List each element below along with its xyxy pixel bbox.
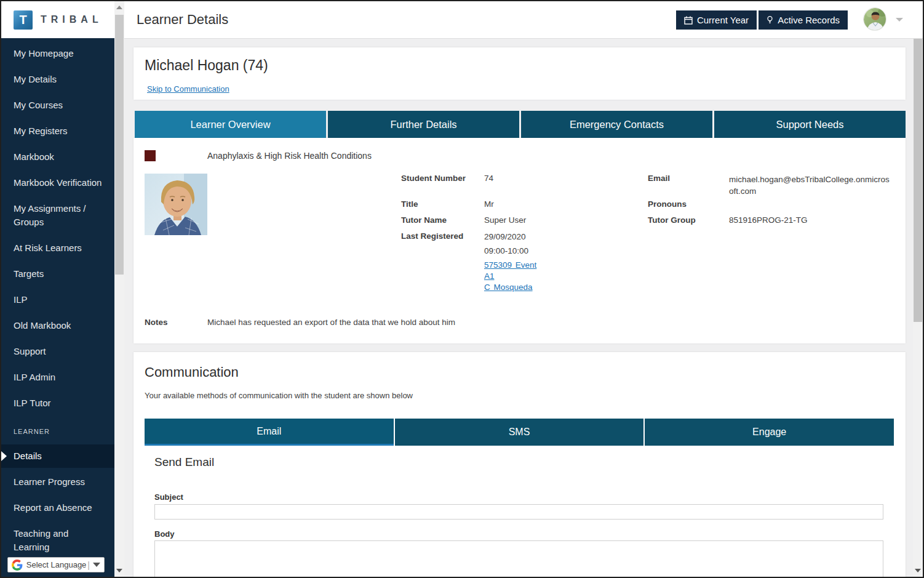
sidebar-item-markbook-verification[interactable]: Markbook Verification	[14, 176, 106, 190]
learner-name-heading: Michael Hogan (74)	[145, 57, 268, 74]
select-language-label: Select Language	[26, 560, 87, 569]
email-value: michael.hogan@ebsTribalCollege.onmicroso…	[729, 174, 894, 197]
tab-emergency-contacts[interactable]: Emergency Contacts	[521, 111, 712, 138]
header-actions: Current Year Active Records	[676, 10, 848, 30]
main-scrollbar[interactable]	[913, 39, 923, 577]
tribal-logo: T TRIBAL	[1, 1, 114, 38]
top-header: Learner Details Current Year Active Reco…	[124, 1, 924, 39]
last-registered-date: 29/09/2020	[484, 231, 546, 242]
title-value: Mr	[484, 199, 494, 209]
notes-label: Notes	[145, 318, 168, 327]
last-registered-label: Last Registered	[401, 231, 463, 241]
tab-email[interactable]: Email	[145, 419, 394, 446]
main-scroll-down-arrow-icon[interactable]	[915, 569, 921, 572]
tutor-name-label: Tutor Name	[401, 215, 447, 225]
scroll-up-arrow-icon[interactable]	[116, 6, 122, 9]
sidebar-item-teaching-and-learning[interactable]: Teaching and Learning	[14, 527, 106, 554]
event-link[interactable]: 575309 Event A1	[484, 260, 538, 282]
learner-photo	[145, 174, 207, 235]
sidebar-scrollbar-thumb[interactable]	[115, 15, 124, 275]
sidebar-item-my-assignments-groups[interactable]: My Assignments / Groups	[14, 202, 106, 229]
sidebar: My Homepage My Details My Courses My Reg…	[1, 1, 114, 577]
current-year-label: Current Year	[697, 15, 749, 25]
scroll-down-arrow-icon[interactable]	[116, 569, 122, 572]
sidebar-item-targets[interactable]: Targets	[14, 267, 106, 281]
tutor-group-label: Tutor Group	[648, 215, 696, 225]
email-label: Email	[648, 174, 670, 183]
main-scrollbar-thumb[interactable]	[914, 39, 922, 322]
send-email-heading: Send Email	[154, 456, 214, 469]
translate-dropdown-caret-icon	[93, 563, 100, 567]
sidebar-item-details-label: Details	[14, 451, 42, 461]
tab-engage[interactable]: Engage	[645, 419, 894, 446]
translate-divider: |	[87, 560, 90, 570]
communication-heading: Communication	[145, 364, 239, 380]
learner-name-card: Michael Hogan (74) Skip to Communication	[133, 47, 906, 100]
pronouns-label: Pronouns	[648, 199, 687, 209]
sidebar-item-learner-progress[interactable]: Learner Progress	[14, 475, 106, 489]
tribal-logo-tile-icon: T	[14, 10, 33, 30]
tutor-name-value: Super User	[484, 215, 526, 225]
communication-subtitle: Your available methods of communication …	[145, 391, 413, 400]
sidebar-item-report-an-absence[interactable]: Report an Absence	[14, 501, 106, 515]
student-number-value: 74	[484, 174, 493, 183]
skip-to-communication-link[interactable]: Skip to Communication	[147, 84, 229, 94]
page-title: Learner Details	[137, 12, 228, 28]
tutor-group-value: 851916PROG-21-TG	[729, 215, 808, 225]
tab-support-needs[interactable]: Support Needs	[714, 111, 906, 138]
chevron-down-icon[interactable]	[896, 18, 903, 22]
sidebar-item-old-markbook[interactable]: Old Markbook	[14, 319, 106, 332]
sidebar-nav: My Homepage My Details My Courses My Reg…	[1, 39, 114, 566]
tribal-logo-text: TRIBAL	[41, 14, 103, 25]
communication-panel: Communication Your available methods of …	[133, 352, 906, 578]
sidebar-item-my-courses[interactable]: My Courses	[14, 98, 106, 112]
calendar-icon	[684, 16, 693, 25]
title-label: Title	[401, 199, 418, 209]
app-window: My Homepage My Details My Courses My Reg…	[0, 0, 924, 578]
notes-value: Michael has requested an export of the d…	[207, 318, 455, 327]
body-label: Body	[154, 529, 175, 539]
subject-label: Subject	[154, 492, 183, 502]
last-registered-time: 09:00-10:00	[484, 246, 546, 256]
sidebar-item-ilp-admin[interactable]: ILP Admin	[14, 371, 106, 384]
sidebar-item-my-homepage[interactable]: My Homepage	[14, 47, 106, 60]
lightbulb-icon	[767, 15, 773, 25]
sidebar-item-my-registers[interactable]: My Registers	[14, 124, 106, 138]
sidebar-scrollbar[interactable]	[114, 1, 124, 577]
body-input[interactable]	[154, 540, 883, 578]
sidebar-item-support[interactable]: Support	[14, 345, 106, 358]
tutor-link[interactable]: C Mosqueda	[484, 282, 533, 293]
health-alert-text: Anaphylaxis & High Risk Health Condition…	[207, 151, 372, 161]
subject-input[interactable]	[154, 504, 883, 520]
teaching-and-label-line2: Learning	[14, 540, 106, 554]
sidebar-item-ilp[interactable]: ILP	[14, 293, 106, 307]
health-alert-icon	[145, 150, 156, 161]
sidebar-item-ilp-tutor[interactable]: ILP Tutor	[14, 396, 106, 410]
tab-further-details[interactable]: Further Details	[328, 111, 519, 138]
sidebar-item-details[interactable]: Details	[1, 444, 114, 468]
current-year-button[interactable]: Current Year	[676, 10, 757, 30]
last-registered-value: 29/09/2020 09:00-10:00 575309 Event A1 C…	[484, 231, 546, 293]
teaching-and-label-line1: Teaching and	[14, 527, 106, 540]
google-translate-widget[interactable]: Select Language |	[7, 557, 105, 572]
google-logo-icon	[12, 560, 23, 571]
tab-sms[interactable]: SMS	[395, 419, 644, 446]
sidebar-item-at-risk-learners[interactable]: At Risk Learners	[14, 241, 106, 255]
user-avatar[interactable]	[863, 7, 886, 31]
tab-learner-overview[interactable]: Learner Overview	[135, 111, 326, 138]
student-number-label: Student Number	[401, 174, 466, 183]
active-records-label: Active Records	[778, 15, 840, 25]
communication-tabs: Email SMS Engage	[145, 419, 894, 446]
user-avatar-photo	[864, 8, 886, 31]
sidebar-section-learner: LEARNER	[10, 427, 114, 436]
learner-overview-panel: Anaphylaxis & High Risk Health Condition…	[133, 138, 906, 343]
learner-tabs: Learner Overview Further Details Emergen…	[135, 111, 906, 138]
active-records-button[interactable]: Active Records	[759, 10, 848, 30]
sidebar-item-markbook[interactable]: Markbook	[14, 150, 106, 164]
sidebar-item-my-details[interactable]: My Details	[14, 73, 106, 86]
selected-item-arrow-icon	[1, 451, 7, 461]
